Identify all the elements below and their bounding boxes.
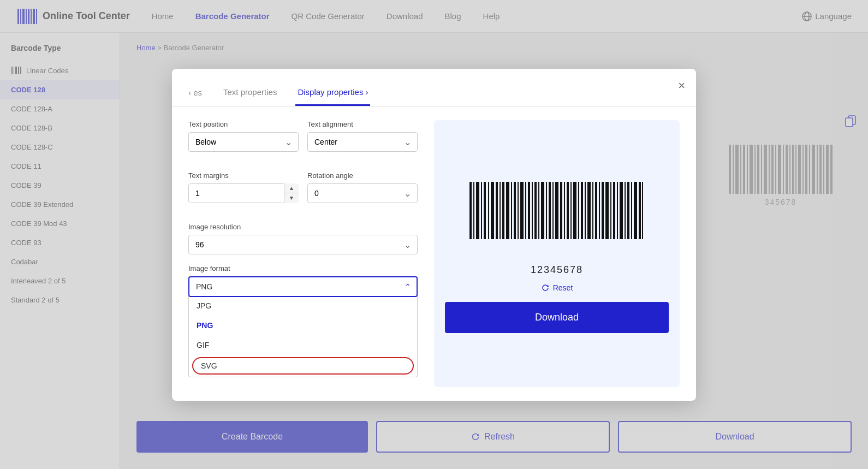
svg-rect-83 xyxy=(592,182,593,239)
text-position-group: Text position BelowAboveNone xyxy=(188,120,299,152)
text-position-select[interactable]: BelowAboveNone xyxy=(188,132,299,152)
modal-tab-display-label: Display properties xyxy=(298,87,363,97)
svg-rect-75 xyxy=(564,182,565,239)
modal-tab-next-chevron: › xyxy=(365,87,368,97)
svg-rect-64 xyxy=(525,182,526,239)
format-option-png[interactable]: PNG xyxy=(189,316,417,335)
svg-rect-74 xyxy=(560,182,562,239)
barcode-preview-svg xyxy=(464,174,650,261)
rotation-angle-label: Rotation angle xyxy=(307,171,418,180)
modal-tab-text-label: Text properties xyxy=(223,87,277,97)
image-format-group: Image format PNG JPG PNG GIF SVG xyxy=(188,264,418,377)
rotation-angle-group: Rotation angle 090180270 xyxy=(307,171,418,203)
svg-rect-92 xyxy=(625,182,626,239)
svg-rect-80 xyxy=(581,182,583,239)
modal-header: ‹ es Text properties Display properties … xyxy=(172,69,696,106)
svg-rect-55 xyxy=(491,182,494,239)
svg-rect-54 xyxy=(488,182,489,239)
svg-rect-68 xyxy=(538,182,539,239)
svg-rect-84 xyxy=(595,182,597,239)
svg-rect-86 xyxy=(602,182,604,239)
format-option-jpg[interactable]: JPG xyxy=(189,296,417,316)
modal-form: Text position BelowAboveNone Text alignm… xyxy=(188,120,418,387)
format-option-gif[interactable]: GIF xyxy=(189,335,417,355)
svg-rect-95 xyxy=(634,182,637,239)
reset-icon xyxy=(541,283,550,292)
svg-rect-82 xyxy=(587,182,591,239)
text-alignment-group: Text alignment CenterLeftRight xyxy=(307,120,418,152)
modal-overlay: ‹ es Text properties Display properties … xyxy=(0,0,868,469)
svg-rect-73 xyxy=(555,182,558,239)
svg-rect-88 xyxy=(610,182,611,239)
svg-rect-77 xyxy=(570,182,572,239)
svg-rect-91 xyxy=(620,182,623,239)
text-margins-up[interactable]: ▲ xyxy=(284,183,299,194)
image-format-label: Image format xyxy=(188,264,418,272)
text-margins-spinners: ▲ ▼ xyxy=(284,183,299,203)
text-margins-label: Text margins xyxy=(188,171,299,180)
reset-button[interactable]: Reset xyxy=(541,283,573,292)
svg-rect-69 xyxy=(541,182,544,239)
field-row-1: Text position BelowAboveNone Text alignm… xyxy=(188,120,418,162)
modal-preview: 12345678 Reset Download xyxy=(434,120,680,387)
image-resolution-wrapper: 7296150300 xyxy=(188,235,418,254)
format-option-svg[interactable]: SVG xyxy=(192,357,414,375)
svg-rect-56 xyxy=(496,182,498,239)
image-resolution-label: Image resolution xyxy=(188,223,418,231)
svg-rect-60 xyxy=(511,182,512,239)
text-alignment-label: Text alignment xyxy=(307,120,418,128)
svg-rect-85 xyxy=(599,182,600,239)
text-position-label: Text position xyxy=(188,120,299,128)
image-format-wrapper: PNG xyxy=(188,276,418,297)
svg-rect-67 xyxy=(534,182,537,239)
barcode-preview: 12345678 xyxy=(445,174,669,276)
modal-download-button[interactable]: Download xyxy=(445,302,669,333)
reset-label: Reset xyxy=(553,283,573,292)
text-margins-group: Text margins ▲ ▼ xyxy=(188,171,299,203)
svg-rect-90 xyxy=(617,182,618,239)
text-position-wrapper: BelowAboveNone xyxy=(188,132,299,152)
svg-rect-78 xyxy=(573,182,576,239)
properties-modal: ‹ es Text properties Display properties … xyxy=(172,69,696,401)
svg-rect-89 xyxy=(613,182,615,239)
text-margins-down[interactable]: ▼ xyxy=(284,193,299,203)
image-format-dropdown: JPG PNG GIF SVG xyxy=(188,296,418,377)
svg-rect-81 xyxy=(585,182,586,239)
rotation-angle-wrapper: 090180270 xyxy=(307,183,418,203)
modal-tab-prev[interactable]: ‹ es xyxy=(188,88,202,97)
svg-rect-49 xyxy=(469,182,472,239)
svg-rect-59 xyxy=(506,182,509,239)
svg-rect-97 xyxy=(642,182,643,239)
svg-rect-57 xyxy=(500,182,501,239)
svg-rect-65 xyxy=(528,182,530,239)
svg-rect-53 xyxy=(484,182,486,239)
image-resolution-group: Image resolution 7296150300 xyxy=(188,223,418,254)
svg-rect-72 xyxy=(552,182,554,239)
text-margins-input[interactable] xyxy=(188,183,299,203)
svg-rect-58 xyxy=(502,182,504,239)
text-alignment-wrapper: CenterLeftRight xyxy=(307,132,418,152)
svg-rect-51 xyxy=(476,182,479,239)
text-alignment-select[interactable]: CenterLeftRight xyxy=(307,132,418,152)
image-resolution-select[interactable]: 7296150300 xyxy=(188,235,418,254)
field-row-2: Text margins ▲ ▼ Rotation angle 0901 xyxy=(188,171,418,213)
svg-rect-63 xyxy=(520,182,524,239)
rotation-angle-select[interactable]: 090180270 xyxy=(307,183,418,203)
svg-rect-61 xyxy=(514,182,516,239)
modal-tab-prev-label: es xyxy=(193,88,202,97)
svg-rect-79 xyxy=(578,182,579,239)
svg-rect-87 xyxy=(605,182,609,239)
svg-rect-93 xyxy=(627,182,629,239)
image-format-selected[interactable]: PNG xyxy=(188,276,418,297)
svg-rect-70 xyxy=(546,182,547,239)
svg-rect-71 xyxy=(549,182,551,239)
modal-tab-display[interactable]: Display properties › xyxy=(295,80,370,106)
barcode-number: 12345678 xyxy=(531,264,583,276)
modal-tab-text[interactable]: Text properties xyxy=(221,80,279,106)
modal-close-button[interactable]: × xyxy=(678,79,685,93)
svg-rect-76 xyxy=(567,182,569,239)
svg-rect-96 xyxy=(639,182,641,239)
svg-rect-52 xyxy=(481,182,482,239)
svg-rect-66 xyxy=(532,182,533,239)
svg-rect-94 xyxy=(631,182,632,239)
